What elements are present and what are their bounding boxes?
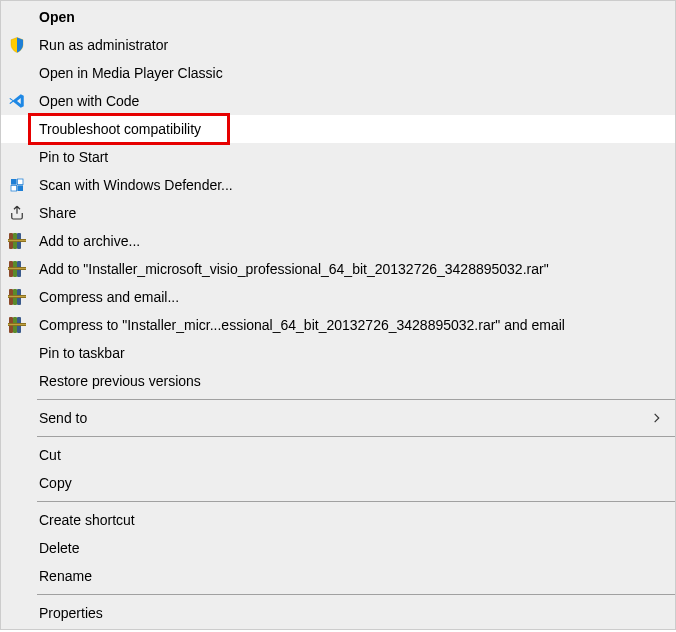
shield-icon	[8, 36, 26, 54]
menu-item-label: Open	[33, 9, 667, 25]
icon-slot	[1, 599, 33, 627]
menu-item-label: Add to "Installer_microsoft_visio_profes…	[33, 261, 667, 277]
menu-item-troubleshoot-compatibility[interactable]: Troubleshoot compatibility	[1, 115, 675, 143]
menu-item-label: Scan with Windows Defender...	[33, 177, 667, 193]
icon-slot	[1, 87, 33, 115]
menu-item-label: Troubleshoot compatibility	[33, 121, 667, 137]
icon-slot	[1, 171, 33, 199]
defender-icon	[8, 176, 26, 194]
icon-slot	[1, 255, 33, 283]
menu-item-label: Restore previous versions	[33, 373, 667, 389]
icon-slot	[1, 199, 33, 227]
menu-item-share[interactable]: Share	[1, 199, 675, 227]
icon-slot	[1, 339, 33, 367]
svg-rect-2	[11, 185, 17, 191]
submenu-chevron	[647, 404, 667, 432]
menu-item-label: Compress to "Installer_micr...essional_6…	[33, 317, 667, 333]
winrar-icon	[8, 232, 26, 250]
svg-rect-3	[17, 185, 23, 191]
svg-rect-1	[17, 179, 23, 185]
share-icon	[8, 204, 26, 222]
icon-slot	[1, 3, 33, 31]
menu-item-label: Properties	[33, 605, 667, 621]
menu-item-restore-previous-versions[interactable]: Restore previous versions	[1, 367, 675, 395]
winrar-icon	[8, 288, 26, 306]
menu-item-label: Open in Media Player Classic	[33, 65, 667, 81]
menu-item-add-to-installer-microsoft-visio-profess[interactable]: Add to "Installer_microsoft_visio_profes…	[1, 255, 675, 283]
svg-rect-0	[11, 179, 17, 185]
menu-item-cut[interactable]: Cut	[1, 441, 675, 469]
menu-item-properties[interactable]: Properties	[1, 599, 675, 627]
icon-slot	[1, 115, 33, 143]
menu-item-label: Share	[33, 205, 667, 221]
menu-separator	[37, 594, 675, 595]
menu-item-open-in-media-player-classic[interactable]: Open in Media Player Classic	[1, 59, 675, 87]
menu-item-label: Rename	[33, 568, 667, 584]
menu-item-label: Cut	[33, 447, 667, 463]
menu-item-send-to[interactable]: Send to	[1, 404, 675, 432]
icon-slot	[1, 469, 33, 497]
menu-item-label: Copy	[33, 475, 667, 491]
context-menu: OpenRun as administratorOpen in Media Pl…	[0, 0, 676, 630]
menu-item-copy[interactable]: Copy	[1, 469, 675, 497]
menu-item-label: Compress and email...	[33, 289, 667, 305]
menu-item-open-with-code[interactable]: Open with Code	[1, 87, 675, 115]
menu-item-label: Open with Code	[33, 93, 667, 109]
menu-item-label: Add to archive...	[33, 233, 667, 249]
menu-item-pin-to-taskbar[interactable]: Pin to taskbar	[1, 339, 675, 367]
menu-item-label: Run as administrator	[33, 37, 667, 53]
vscode-icon	[8, 92, 26, 110]
icon-slot	[1, 506, 33, 534]
menu-separator	[37, 436, 675, 437]
menu-item-run-as-administrator[interactable]: Run as administrator	[1, 31, 675, 59]
menu-item-scan-with-windows-defender[interactable]: Scan with Windows Defender...	[1, 171, 675, 199]
winrar-icon	[8, 316, 26, 334]
menu-item-label: Create shortcut	[33, 512, 667, 528]
icon-slot	[1, 283, 33, 311]
icon-slot	[1, 31, 33, 59]
icon-slot	[1, 367, 33, 395]
icon-slot	[1, 562, 33, 590]
menu-item-compress-to-installer-micr-essional-64-b[interactable]: Compress to "Installer_micr...essional_6…	[1, 311, 675, 339]
icon-slot	[1, 534, 33, 562]
menu-item-add-to-archive[interactable]: Add to archive...	[1, 227, 675, 255]
menu-item-label: Pin to taskbar	[33, 345, 667, 361]
menu-item-label: Pin to Start	[33, 149, 667, 165]
icon-slot	[1, 59, 33, 87]
icon-slot	[1, 143, 33, 171]
menu-item-pin-to-start[interactable]: Pin to Start	[1, 143, 675, 171]
icon-slot	[1, 404, 33, 432]
menu-item-compress-and-email[interactable]: Compress and email...	[1, 283, 675, 311]
icon-slot	[1, 311, 33, 339]
menu-item-rename[interactable]: Rename	[1, 562, 675, 590]
menu-item-delete[interactable]: Delete	[1, 534, 675, 562]
menu-item-create-shortcut[interactable]: Create shortcut	[1, 506, 675, 534]
menu-separator	[37, 399, 675, 400]
menu-separator	[37, 501, 675, 502]
icon-slot	[1, 441, 33, 469]
menu-item-open[interactable]: Open	[1, 3, 675, 31]
winrar-icon	[8, 260, 26, 278]
chevron-right-icon	[650, 411, 664, 425]
icon-slot	[1, 227, 33, 255]
menu-item-label: Send to	[33, 410, 647, 426]
menu-item-label: Delete	[33, 540, 667, 556]
